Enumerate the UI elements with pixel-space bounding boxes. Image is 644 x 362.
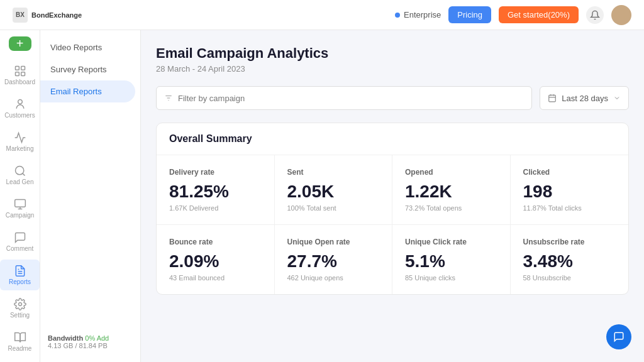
metric-value-0: 81.25% — [169, 182, 262, 202]
sidebar-item-setting-label: Setting — [10, 312, 30, 319]
sidebar-item-dashboard-label: Dashboard — [4, 79, 35, 85]
sidebar: + Dashboard Customers — [0, 30, 40, 362]
metric-value-3: 198 — [523, 182, 616, 202]
left-nav: Video Reports Survey Reports Email Repor… — [40, 30, 141, 362]
sidebar-item-lead-gen[interactable]: Lead Gen — [0, 160, 40, 190]
top-bar: BX BondExchange Enterprise Pricing Get s… — [0, 0, 644, 30]
metric-sub-7: 58 Unsubscribe — [523, 274, 616, 282]
metric-label-5: Unique Open rate — [287, 238, 380, 246]
metric-sub-1: 100% Total sent — [287, 204, 380, 212]
summary-card: Overall Summary Delivery rate 81.25% 1.6… — [156, 123, 629, 295]
metric-label-6: Unique Click rate — [405, 238, 497, 246]
sidebar-item-setting[interactable]: Setting — [0, 293, 40, 324]
metric-value-6: 5.1% — [405, 251, 497, 272]
left-nav-survey-reports[interactable]: Survey Reports — [40, 58, 140, 80]
page-title: Email Campaign Analytics — [156, 45, 629, 62]
metric-label-2: Opened — [405, 168, 497, 177]
date-range-label: Last 28 days — [562, 94, 608, 103]
bandwidth-label: Bandwidth 0% Add — [48, 334, 127, 342]
content-area: Video Reports Survey Reports Email Repor… — [40, 30, 644, 362]
summary-header: Overall Summary — [157, 123, 628, 155]
sidebar-item-reports-label: Reports — [9, 278, 31, 285]
metric-cell-0: Delivery rate 81.25% 1.67K Delivered — [157, 155, 275, 225]
metric-cell-6: Unique Click rate 5.1% 85 Unique clicks — [392, 225, 511, 294]
metric-cell-1: Sent 2.05K 100% Total sent — [275, 155, 393, 225]
metric-sub-6: 85 Unique clicks — [405, 274, 497, 282]
date-picker[interactable]: Last 28 days — [540, 86, 629, 110]
bandwidth-section: Bandwidth 0% Add 4.13 GB / 81.84 PB — [40, 328, 135, 356]
metric-value-7: 3.48% — [523, 251, 616, 272]
metric-sub-2: 73.2% Total opens — [405, 204, 497, 212]
svg-point-13 — [18, 303, 21, 306]
metric-cell-7: Unsubscribe rate 3.48% 58 Unsubscribe — [511, 225, 629, 294]
chat-bubble[interactable] — [606, 324, 631, 349]
metric-label-3: Clicked — [523, 168, 616, 177]
metric-value-1: 2.05K — [287, 182, 380, 202]
bandwidth-value: 4.13 GB / 81.84 PB — [48, 342, 127, 349]
metric-label-1: Sent — [287, 168, 380, 177]
main-area: + Dashboard Customers — [0, 30, 644, 362]
logo-text: BondExchange — [31, 11, 82, 19]
svg-rect-17 — [549, 95, 556, 102]
filter-input-wrapper — [156, 86, 532, 110]
sidebar-item-marketing-label: Marketing — [6, 145, 34, 152]
metric-label-0: Delivery rate — [169, 168, 262, 177]
filter-bar: Last 28 days — [156, 86, 629, 110]
sidebar-item-campaign[interactable]: Campaign — [0, 193, 40, 224]
calendar-icon — [548, 94, 557, 102]
svg-rect-8 — [14, 200, 25, 207]
sidebar-item-readme[interactable]: Readme — [0, 326, 40, 357]
filter-icon — [164, 94, 173, 102]
metric-sub-5: 462 Unique opens — [287, 274, 380, 282]
metric-cell-3: Clicked 198 11.87% Total clicks — [511, 155, 629, 225]
logo-area: BX BondExchange — [13, 8, 82, 23]
svg-point-0 — [619, 10, 624, 15]
svg-point-6 — [15, 167, 23, 175]
sidebar-item-reports[interactable]: Reports — [0, 260, 40, 290]
main-content: Email Campaign Analytics 28 March - 24 A… — [141, 30, 644, 362]
left-nav-email-reports[interactable]: Email Reports — [40, 80, 135, 102]
filter-input[interactable] — [178, 94, 524, 103]
add-button[interactable]: + — [9, 36, 31, 51]
svg-line-7 — [22, 173, 25, 176]
sidebar-item-lead-gen-label: Lead Gen — [6, 178, 34, 185]
chevron-down-icon — [613, 94, 621, 102]
left-nav-video-reports[interactable]: Video Reports — [40, 36, 140, 58]
notification-icon[interactable] — [586, 6, 604, 24]
sidebar-item-campaign-label: Campaign — [6, 212, 35, 219]
metric-sub-4: 43 Email bounced — [169, 274, 262, 282]
enterprise-dot-icon — [395, 13, 400, 18]
svg-rect-2 — [21, 67, 25, 70]
sidebar-item-dashboard[interactable]: Dashboard — [0, 60, 40, 90]
sidebar-item-customers-label: Customers — [4, 112, 35, 119]
metric-cell-5: Unique Open rate 27.7% 462 Unique opens — [275, 225, 393, 294]
enterprise-label: Enterprise — [404, 10, 441, 19]
get-started-button[interactable]: Get started(20%) — [499, 6, 579, 23]
metric-cell-2: Opened 1.22K 73.2% Total opens — [392, 155, 511, 225]
app-wrapper: BX BondExchange Enterprise Pricing Get s… — [0, 0, 644, 362]
sidebar-item-marketing[interactable]: Marketing — [0, 126, 40, 157]
page-subtitle: 28 March - 24 April 2023 — [156, 64, 629, 74]
metric-value-4: 2.09% — [169, 251, 262, 272]
sidebar-item-readme-label: Readme — [8, 345, 32, 352]
metric-value-2: 1.22K — [405, 182, 497, 202]
metric-cell-4: Bounce rate 2.09% 43 Email bounced — [157, 225, 275, 294]
pricing-button[interactable]: Pricing — [448, 6, 491, 23]
metric-sub-3: 11.87% Total clicks — [523, 204, 616, 212]
enterprise-badge: Enterprise — [395, 10, 441, 19]
svg-rect-1 — [15, 67, 19, 70]
metric-value-5: 27.7% — [287, 251, 380, 272]
svg-point-5 — [18, 100, 22, 104]
metric-sub-0: 1.67K Delivered — [169, 204, 262, 212]
avatar[interactable] — [611, 5, 631, 25]
sidebar-item-customers[interactable]: Customers — [0, 93, 40, 124]
svg-rect-4 — [21, 72, 25, 76]
metric-label-4: Bounce rate — [169, 238, 262, 246]
summary-title: Overall Summary — [169, 133, 252, 144]
metric-label-7: Unsubscribe rate — [523, 238, 616, 246]
metrics-grid: Delivery rate 81.25% 1.67K Delivered Sen… — [157, 155, 628, 294]
logo-icon: BX — [13, 8, 28, 23]
sidebar-item-comment[interactable]: Comment — [0, 226, 40, 257]
svg-rect-3 — [15, 72, 19, 76]
sidebar-item-comment-label: Comment — [6, 245, 33, 252]
